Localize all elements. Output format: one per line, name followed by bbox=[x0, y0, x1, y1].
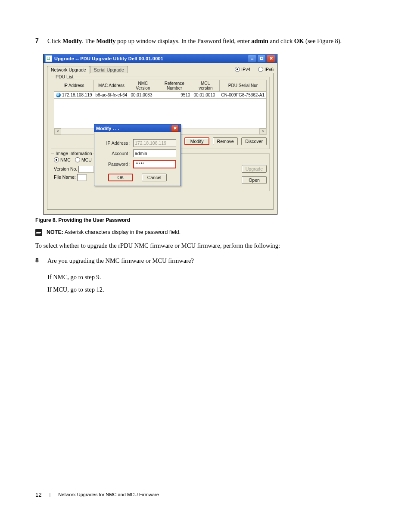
scroll-right-button[interactable] bbox=[259, 128, 266, 134]
table-row[interactable]: 172.18.108.119 b8-ac-6f-fc-ef-64 00.01.0… bbox=[54, 91, 267, 98]
footer-title: Network Upgrades for NMC and MCU Firmwar… bbox=[58, 492, 159, 497]
step-8: 8 Are you upgrading the NMC firmware or … bbox=[35, 256, 376, 266]
ip-address-field: 172.18.108.119 bbox=[133, 139, 176, 147]
page-number: 12 bbox=[35, 492, 41, 498]
discover-button[interactable]: Discover bbox=[241, 137, 267, 145]
app-icon bbox=[45, 55, 52, 62]
note: NOTE: Asterisk characters display in the… bbox=[35, 229, 376, 236]
figure-8-screenshot: Upgrade -- PDU Upgrade Utility Dell 00.0… bbox=[43, 54, 376, 215]
step-text: Are you upgrading the NMC firmware or MC… bbox=[47, 256, 194, 266]
account-label: Account : bbox=[99, 151, 131, 156]
figure-caption: Figure 8. Providing the User Password bbox=[35, 217, 376, 223]
maximize-button[interactable] bbox=[257, 55, 266, 62]
remove-button[interactable]: Remove bbox=[213, 137, 238, 145]
step-7: 7 Click Modify. The Modify pop up window… bbox=[35, 37, 376, 46]
step-text: Click Modify. The Modify pop up window d… bbox=[47, 37, 342, 46]
pdu-table: IP Address MAC Address NMC Version Refer… bbox=[54, 80, 267, 99]
modify-dialog: Modify . . . IP Address : 172.18.108.119… bbox=[94, 124, 181, 186]
minimize-button[interactable] bbox=[248, 55, 256, 62]
col-mcu[interactable]: MCU version bbox=[192, 80, 219, 91]
step-8-sub1: If NMC, go to step 9. bbox=[47, 274, 376, 281]
step-8-sub2: If MCU, go to step 12. bbox=[47, 286, 376, 293]
ok-button[interactable]: OK bbox=[108, 174, 133, 181]
upgrade-button[interactable]: Upgrade bbox=[242, 165, 267, 173]
image-info-legend: Image Information bbox=[54, 151, 93, 156]
globe-icon bbox=[56, 93, 61, 97]
password-field[interactable]: ***** bbox=[133, 160, 176, 168]
account-field[interactable]: admin bbox=[133, 149, 176, 157]
cancel-button[interactable]: Cancel bbox=[142, 174, 167, 181]
page-footer: 12 | Network Upgrades for NMC and MCU Fi… bbox=[35, 492, 376, 498]
body-paragraph: To select whether to upgrade the rPDU NM… bbox=[35, 242, 376, 249]
open-button[interactable]: Open bbox=[242, 176, 267, 184]
titlebar: Upgrade -- PDU Upgrade Utility Dell 00.0… bbox=[44, 54, 277, 63]
scroll-left-button[interactable] bbox=[54, 128, 61, 134]
note-icon bbox=[35, 229, 42, 236]
password-label: Password : bbox=[99, 162, 131, 167]
col-mac[interactable]: MAC Address bbox=[94, 80, 129, 91]
dialog-close-button[interactable] bbox=[171, 125, 179, 132]
radio-nmc[interactable]: NMC bbox=[54, 157, 71, 162]
close-button[interactable] bbox=[267, 55, 275, 62]
window-title: Upgrade -- PDU Upgrade Utility Dell 00.0… bbox=[54, 56, 248, 61]
svg-rect-1 bbox=[260, 57, 262, 59]
radio-mcu[interactable]: MCU bbox=[75, 157, 92, 162]
col-ref[interactable]: Reference Number bbox=[157, 80, 192, 91]
col-ip[interactable]: IP Address bbox=[54, 80, 94, 91]
dialog-titlebar: Modify . . . bbox=[94, 124, 181, 132]
radio-ipv6[interactable]: IPv6 bbox=[258, 67, 274, 72]
col-nmc[interactable]: NMC Version bbox=[129, 80, 157, 91]
tab-network-upgrade[interactable]: Network Upgrade bbox=[47, 66, 90, 74]
modify-button[interactable]: Modify bbox=[184, 137, 209, 145]
ip-address-label: IP Address : bbox=[99, 140, 131, 146]
radio-ipv4[interactable]: IPv4 bbox=[235, 67, 250, 72]
step-number: 7 bbox=[35, 37, 47, 46]
col-serial[interactable]: PDU Serial Nur bbox=[219, 80, 266, 91]
step-number: 8 bbox=[35, 256, 47, 266]
pdu-list-legend: PDU List bbox=[54, 74, 75, 79]
app-window: Upgrade -- PDU Upgrade Utility Dell 00.0… bbox=[43, 54, 277, 215]
